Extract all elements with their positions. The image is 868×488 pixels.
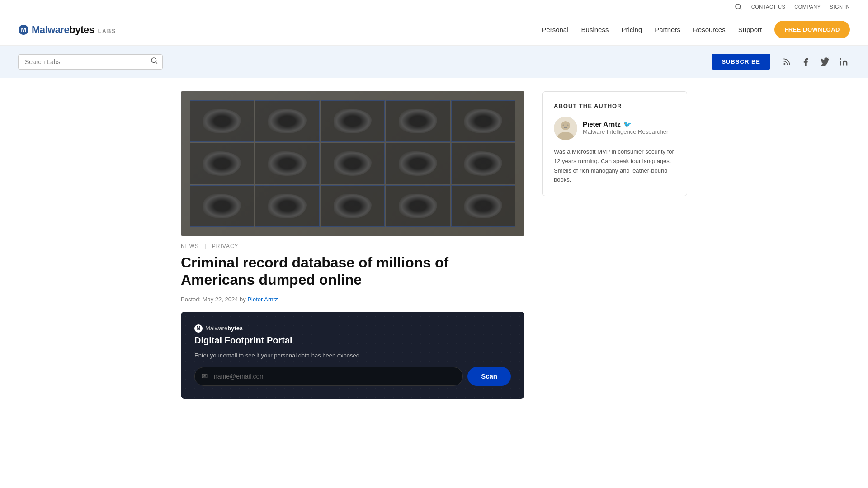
fp-cell-4 (386, 100, 450, 142)
hero-image (181, 91, 524, 236)
nav-support[interactable]: Support (738, 26, 762, 33)
nav-partners[interactable]: Partners (655, 26, 680, 33)
fp-cell-1 (190, 100, 254, 142)
about-author-title: ABOUT THE AUTHOR (554, 103, 676, 109)
dfp-portal-title: Digital Footprint Portal (194, 335, 511, 346)
dfp-logo-row: M Malwarebytes (194, 324, 511, 333)
logo-text: Malwarebytes LABS (32, 24, 116, 36)
fp-cell-13 (321, 185, 385, 227)
article-sidebar: ABOUT THE AUTHOR Pieter Arntz (542, 91, 687, 399)
social-links-bar: SUBSCRIBE (712, 54, 850, 70)
nav-personal[interactable]: Personal (542, 26, 568, 33)
fp-cell-9 (386, 143, 450, 184)
author-name: Pieter Arntz 🐦 (583, 120, 668, 128)
facebook-icon[interactable] (799, 56, 812, 68)
avatar-image (554, 117, 577, 140)
svg-point-0 (736, 4, 741, 9)
author-bio: Was a Microsoft MVP in consumer security… (554, 147, 676, 185)
tag-privacy[interactable]: PRIVACY (212, 243, 239, 249)
top-utility-bar: CONTACT US COMPANY SIGN IN (0, 0, 868, 14)
dfp-email-wrap: ✉ (194, 367, 463, 386)
svg-point-10 (561, 121, 570, 130)
svg-rect-7 (840, 61, 841, 65)
nav-links-list: Personal Business Pricing Partners Resou… (542, 26, 762, 33)
article-tags: NEWS | PRIVACY (181, 243, 524, 249)
author-twitter-link[interactable]: 🐦 (623, 120, 631, 128)
fingerprint-grid (181, 91, 524, 236)
author-avatar (554, 117, 577, 140)
svg-point-4 (151, 58, 156, 63)
fp-cell-12 (255, 185, 319, 227)
tag-separator: | (204, 243, 206, 249)
digital-footprint-portal: M Malwarebytes Digital Footprint Portal … (181, 312, 524, 399)
linkedin-icon[interactable] (837, 56, 850, 68)
search-icon (150, 56, 158, 65)
free-download-button[interactable]: FREE DOWNLOAD (774, 21, 850, 38)
fp-cell-14 (386, 185, 450, 227)
search-section: SUBSCRIBE (0, 46, 868, 78)
fp-cell-11 (190, 185, 254, 227)
email-input[interactable] (194, 367, 463, 386)
article-main: NEWS | PRIVACY Criminal record database … (181, 91, 524, 399)
main-navigation: M Malwarebytes LABS Personal Business Pr… (0, 14, 868, 46)
dfp-input-row: ✉ Scan (194, 367, 511, 386)
nav-business[interactable]: Business (581, 26, 609, 33)
svg-point-6 (783, 63, 785, 65)
search-input[interactable] (18, 54, 163, 70)
scan-button[interactable]: Scan (467, 367, 511, 386)
nav-resources[interactable]: Resources (693, 26, 726, 33)
malwarebytes-logo-icon: M (18, 24, 29, 35)
article-meta-text: Posted: May 22, 2024 by (181, 296, 246, 303)
fp-cell-2 (255, 100, 319, 142)
twitter-icon[interactable] (818, 56, 831, 68)
company-link[interactable]: COMPANY (794, 4, 821, 9)
page-content: NEWS | PRIVACY Criminal record database … (163, 91, 705, 399)
dfp-logo-text: Malwarebytes (205, 325, 243, 332)
svg-line-1 (740, 8, 741, 9)
fp-cell-15 (451, 185, 515, 227)
email-icon: ✉ (202, 372, 208, 380)
sign-in-link[interactable]: SIGN IN (830, 4, 850, 9)
twitter-bird-icon: 🐦 (623, 121, 631, 128)
logo[interactable]: M Malwarebytes LABS (18, 24, 116, 36)
svg-line-5 (156, 62, 157, 63)
search-form (18, 54, 163, 70)
article-meta: Posted: May 22, 2024 by Pieter Arntz (181, 296, 524, 303)
fp-cell-3 (321, 100, 385, 142)
subscribe-button[interactable]: SUBSCRIBE (712, 54, 770, 70)
nav-pricing[interactable]: Pricing (621, 26, 642, 33)
dfp-subtitle: Enter your email to see if your personal… (194, 352, 511, 359)
search-icon[interactable] (734, 3, 742, 11)
author-row: Pieter Arntz 🐦 Malware Intelligence Rese… (554, 117, 676, 140)
author-info: Pieter Arntz 🐦 Malware Intelligence Rese… (583, 120, 668, 136)
tag-news[interactable]: NEWS (181, 243, 199, 249)
search-submit-button[interactable] (150, 56, 158, 67)
author-role: Malware Intelligence Researcher (583, 128, 668, 136)
fp-cell-10 (451, 143, 515, 184)
fp-cell-5 (451, 100, 515, 142)
fp-cell-8 (321, 143, 385, 184)
fp-cell-7 (255, 143, 319, 184)
svg-point-8 (840, 58, 841, 59)
contact-us-link[interactable]: CONTACT US (751, 4, 786, 9)
article-author-link[interactable]: Pieter Arntz (247, 296, 278, 303)
dfp-logo-icon: M (194, 324, 203, 333)
svg-text:M: M (21, 26, 26, 33)
article-title: Criminal record database of millions of … (181, 254, 524, 289)
fp-cell-6 (190, 143, 254, 184)
author-card: ABOUT THE AUTHOR Pieter Arntz (542, 91, 687, 196)
rss-icon[interactable] (780, 56, 793, 68)
